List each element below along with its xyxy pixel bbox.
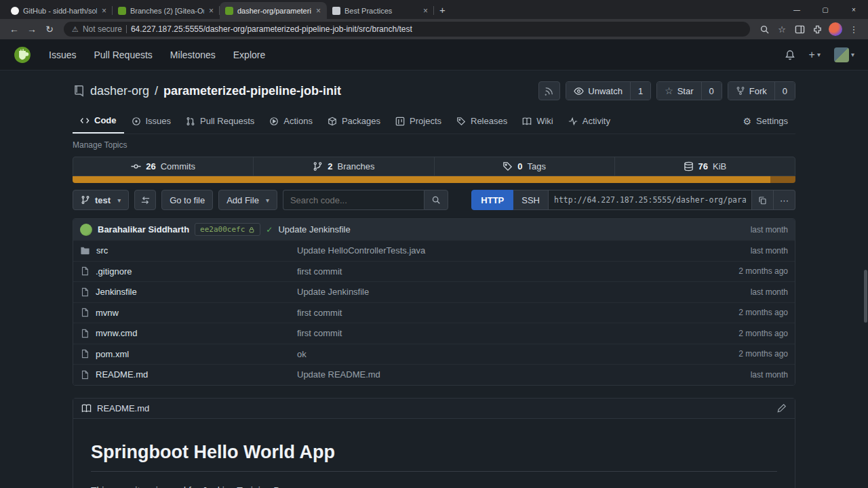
stat-branches[interactable]: 2 Branches	[253, 157, 433, 176]
user-menu[interactable]: ▾	[834, 47, 854, 62]
language-bar[interactable]	[73, 176, 795, 183]
add-file-button[interactable]: Add File ▾	[218, 190, 277, 210]
stat-tags[interactable]: 0 Tags	[434, 157, 614, 176]
zoom-search-icon[interactable]	[755, 24, 773, 35]
file-name-link[interactable]: pom.xml	[96, 349, 129, 359]
tab-close-icon[interactable]: ×	[101, 6, 107, 16]
repo-name-link[interactable]: parameterized-pipeline-job-init	[163, 84, 341, 98]
watchers-count[interactable]: 1	[630, 82, 650, 100]
stars-count[interactable]: 0	[701, 82, 722, 100]
window-close-button[interactable]: ×	[840, 6, 868, 14]
window-minimize-button[interactable]: —	[783, 6, 811, 14]
browser-tab-github[interactable]: GitHub - sidd-harth/solar-syst... ×	[5, 2, 113, 19]
gitea-favicon	[118, 7, 126, 15]
bookmark-star-icon[interactable]: ☆	[773, 24, 791, 35]
edit-readme-button[interactable]	[777, 403, 787, 413]
file-name-link[interactable]: mvnw	[96, 308, 119, 318]
file-commit-message[interactable]: first commit	[297, 266, 738, 277]
go-to-file-button[interactable]: Go to file	[161, 190, 213, 210]
tab-projects[interactable]: Projects	[388, 108, 449, 134]
browser-tab-branches[interactable]: Branches (2) [Gitea-Organizati... ×	[113, 2, 220, 19]
browser-tab-best-practices[interactable]: Best Practices ×	[327, 2, 434, 19]
extensions-icon[interactable]	[808, 24, 826, 35]
search-code-input[interactable]	[283, 190, 424, 210]
tab-title: dasher-org/parameterized-pip...	[237, 7, 311, 15]
commit-hash-chip[interactable]: ee2a00cefc	[195, 223, 260, 236]
file-name-link[interactable]: src	[96, 245, 108, 256]
unwatch-button[interactable]: Unwatch	[566, 82, 630, 100]
repo-separator: /	[155, 84, 158, 98]
search-button[interactable]	[424, 190, 448, 210]
compare-button[interactable]	[134, 190, 156, 210]
reload-button[interactable]: ↻	[41, 24, 58, 35]
tab-packages[interactable]: Packages	[320, 108, 388, 134]
nav-item-pull-requests[interactable]: Pull Requests	[94, 49, 152, 60]
new-tab-button[interactable]: +	[439, 4, 446, 16]
file-commit-message[interactable]: ok	[297, 349, 738, 359]
tab-close-icon[interactable]: ×	[315, 6, 321, 16]
tab-pull-requests[interactable]: Pull Requests	[178, 108, 262, 134]
file-commit-message[interactable]: Update README.md	[297, 369, 751, 380]
file-name-link[interactable]: README.md	[96, 369, 148, 380]
nav-item-issues[interactable]: Issues	[49, 49, 76, 60]
clone-http-button[interactable]: HTTP	[471, 190, 513, 210]
gitea-logo[interactable]	[14, 46, 31, 64]
file-name-link[interactable]: Jenkinsfile	[96, 287, 137, 297]
back-button[interactable]: ←	[5, 24, 23, 35]
commit-status-success-icon[interactable]: ✓	[266, 225, 273, 235]
commit-message-link[interactable]: Update Jenkinsfile	[278, 224, 350, 235]
commit-author-avatar[interactable]	[80, 224, 92, 236]
file-commit-message[interactable]: first commit	[297, 308, 738, 318]
file-commit-message[interactable]: first commit	[297, 328, 738, 338]
manage-topics-link[interactable]: Manage Topics	[73, 140, 795, 150]
repo-owner-link[interactable]: dasher-org	[90, 84, 149, 98]
clone-more-button[interactable]: ···	[774, 190, 795, 210]
stat-commits[interactable]: 26 Commits	[73, 157, 253, 176]
tab-close-icon[interactable]: ×	[208, 6, 214, 16]
tab-close-icon[interactable]: ×	[422, 6, 429, 16]
stat-size[interactable]: 76 KiB	[614, 157, 795, 176]
browser-profile-avatar[interactable]	[829, 22, 842, 36]
nav-item-explore[interactable]: Explore	[233, 49, 265, 60]
rss-feed-button[interactable]	[538, 81, 560, 100]
page-scrollbar-thumb[interactable]	[864, 270, 867, 323]
tab-releases[interactable]: Releases	[449, 108, 515, 134]
security-label[interactable]: Not secure	[83, 24, 122, 34]
tab-activity[interactable]: Activity	[561, 108, 618, 134]
copy-url-button[interactable]	[752, 190, 774, 210]
file-commit-message[interactable]: Update HelloControllerTests.java	[297, 245, 751, 256]
forward-button[interactable]: →	[23, 24, 41, 35]
browser-menu-icon[interactable]: ⋮	[845, 24, 863, 35]
url-text[interactable]: 64.227.187.25:5555/dasher-org/parameteri…	[131, 24, 412, 34]
clone-ssh-button[interactable]: SSH	[513, 190, 549, 210]
file-commit-time: last month	[751, 370, 788, 380]
browser-toolbar: ← → ↻ ⚠ Not secure 64.227.187.25:5555/da…	[0, 19, 868, 39]
file-icon	[80, 370, 90, 380]
star-button[interactable]: ☆ Star	[657, 82, 701, 100]
side-panel-icon[interactable]	[791, 24, 808, 35]
forks-count[interactable]: 0	[774, 82, 795, 100]
tab-settings[interactable]: ⚙ Settings	[735, 108, 795, 134]
fork-button[interactable]: Fork	[728, 82, 774, 100]
signed-lock-icon	[248, 226, 255, 233]
file-commit-time: 2 months ago	[738, 329, 788, 338]
notifications-bell-icon[interactable]	[785, 49, 795, 60]
create-new-button[interactable]: + ▾	[809, 49, 821, 61]
file-name-link[interactable]: .gitignore	[96, 266, 132, 277]
tab-code[interactable]: Code	[73, 108, 124, 134]
clone-url-input[interactable]	[549, 190, 752, 210]
branch-selector[interactable]: test ▾	[73, 190, 129, 210]
nav-item-milestones[interactable]: Milestones	[170, 49, 216, 60]
browser-window: GitHub - sidd-harth/solar-syst... × Bran…	[0, 0, 868, 488]
window-maximize-button[interactable]: ▢	[811, 6, 840, 14]
file-row: README.md Update README.md last month	[73, 364, 795, 385]
tab-wiki[interactable]: Wiki	[515, 108, 561, 134]
file-name-link[interactable]: mvnw.cmd	[96, 328, 137, 338]
file-commit-message[interactable]: Update Jenkinsfile	[297, 287, 751, 297]
tab-actions[interactable]: Actions	[262, 108, 320, 134]
commit-author-name[interactable]: Barahalikar Siddharth	[98, 224, 189, 235]
tab-issues[interactable]: Issues	[124, 108, 179, 134]
browser-tab-repo-active[interactable]: dasher-org/parameterized-pip... ×	[220, 2, 327, 19]
address-bar[interactable]: ⚠ Not secure 64.227.187.25:5555/dasher-o…	[64, 22, 750, 37]
unwatch-label: Unwatch	[588, 86, 623, 96]
